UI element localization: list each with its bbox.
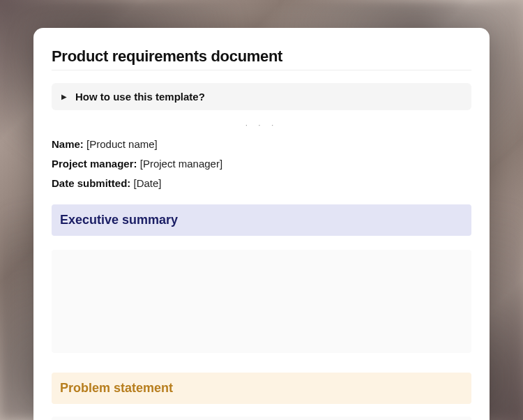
field-name-value[interactable]: [Product name] xyxy=(86,138,158,150)
title-divider xyxy=(52,70,471,70)
field-project-manager-value[interactable]: [Project manager] xyxy=(140,158,222,170)
section-heading-executive-summary: Executive summary xyxy=(52,204,471,236)
field-project-manager: Project manager: [Project manager] xyxy=(52,158,471,170)
field-date-submitted: Date submitted: [Date] xyxy=(52,177,471,189)
page-title: Product requirements document xyxy=(52,47,471,66)
section-divider-dots: · · · xyxy=(52,110,471,138)
collapsible-how-to-use[interactable]: ▶ How to use this template? xyxy=(52,83,471,110)
field-name-label: Name: xyxy=(52,138,84,150)
executive-summary-content-area[interactable] xyxy=(52,250,471,353)
problem-statement-content-area[interactable] xyxy=(52,417,471,420)
section-heading-problem-statement: Problem statement xyxy=(52,373,471,404)
field-date-submitted-label: Date submitted: xyxy=(52,177,130,189)
field-date-submitted-value[interactable]: [Date] xyxy=(134,177,162,189)
chevron-right-icon: ▶ xyxy=(61,93,67,100)
field-project-manager-label: Project manager: xyxy=(52,158,137,170)
document-card: Product requirements document ▶ How to u… xyxy=(33,28,490,420)
collapsible-label: How to use this template? xyxy=(75,91,205,103)
field-name: Name: [Product name] xyxy=(52,138,471,150)
